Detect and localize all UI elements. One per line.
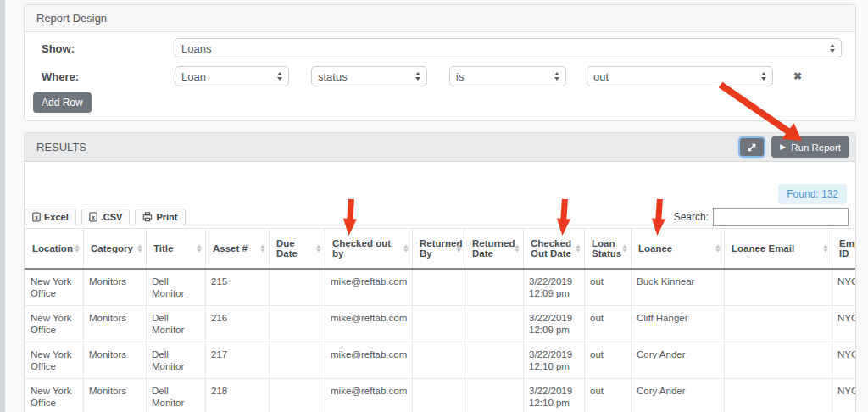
- table-cell: NYC: [832, 306, 857, 342]
- table-cell: [465, 269, 524, 306]
- table-cell: [270, 306, 326, 342]
- table-row: New York OfficeMonitorsDell Monitor218mi…: [25, 379, 857, 412]
- window-edge: [0, 0, 5, 412]
- table-cell: [725, 306, 832, 342]
- table-row: New York OfficeMonitorsDell Monitor216mi…: [25, 306, 857, 342]
- table-cell: 3/22/2019 12:09 pm: [524, 269, 585, 306]
- column-header-due-date[interactable]: Due Date: [270, 229, 326, 270]
- table-cell: 215: [206, 269, 270, 306]
- where-row: Where: Loan status is out ✖: [42, 65, 842, 87]
- results-table: LocationCategoryTitleAsset #Due DateChec…: [25, 228, 856, 412]
- table-cell: Monitors: [84, 379, 147, 412]
- print-button[interactable]: Print: [135, 209, 185, 225]
- table-cell: out: [585, 379, 632, 412]
- where-field-select[interactable]: status: [311, 66, 427, 86]
- table-cell: 3/22/2019 12:09 pm: [524, 306, 585, 342]
- column-header-returned-by[interactable]: Returned By: [413, 229, 465, 270]
- search-input[interactable]: [713, 208, 849, 226]
- where-entity-select[interactable]: Loan: [175, 66, 289, 86]
- table-cell: New York Office: [25, 379, 84, 412]
- sort-icon: [197, 245, 202, 253]
- table-cell: [413, 379, 465, 412]
- column-header-emp-id[interactable]: Emp ID: [832, 229, 857, 270]
- table-cell: Cliff Hanger: [632, 306, 725, 342]
- table-cell: NYC: [832, 342, 857, 379]
- expand-toggle-button[interactable]: [738, 136, 765, 158]
- table-cell: [413, 306, 465, 342]
- column-header-loan-status[interactable]: Loan Status: [585, 229, 632, 270]
- print-icon: [142, 212, 153, 222]
- table-row: New York OfficeMonitorsDell Monitor217mi…: [25, 342, 857, 379]
- select-caret-icon: [554, 72, 559, 81]
- sort-icon: [260, 245, 265, 253]
- run-report-button[interactable]: ▶ Run Report: [771, 136, 849, 158]
- export-csv-button[interactable]: x .CSV: [81, 209, 131, 225]
- export-excel-button[interactable]: x Excel: [25, 209, 76, 225]
- table-cell: out: [585, 306, 632, 342]
- diagonal-arrows-icon: [746, 142, 758, 153]
- table-cell: [413, 342, 465, 379]
- table-cell: [465, 306, 524, 342]
- table-cell: New York Office: [25, 269, 84, 306]
- table-cell: New York Office: [25, 342, 84, 379]
- column-header-category[interactable]: Category: [84, 229, 147, 270]
- table-cell: [725, 342, 832, 379]
- table-row: New York OfficeMonitorsDell Monitor215mi…: [25, 269, 857, 306]
- play-icon: ▶: [780, 143, 786, 151]
- where-label: Where:: [42, 70, 175, 83]
- print-label: Print: [156, 212, 177, 222]
- table-cell: NYC: [832, 269, 857, 306]
- report-design-title: Report Design: [25, 5, 855, 32]
- select-caret-icon: [761, 72, 766, 81]
- table-cell: Monitors: [84, 269, 147, 306]
- column-header-checked-out-by[interactable]: Checked out by: [326, 229, 413, 270]
- sort-icon: [622, 245, 627, 253]
- column-header-loanee[interactable]: Loanee: [632, 229, 725, 270]
- column-header-location[interactable]: Location: [25, 229, 84, 270]
- results-header: RESULTS ▶ Run Report: [25, 133, 855, 162]
- table-cell: [413, 269, 465, 306]
- table-cell: NYC: [832, 379, 857, 412]
- show-select[interactable]: Loans: [175, 38, 842, 58]
- column-header-title[interactable]: Title: [147, 229, 206, 270]
- where-operator-value: is: [456, 70, 464, 83]
- sort-icon: [576, 245, 581, 253]
- where-value-value: out: [593, 70, 609, 83]
- select-caret-icon: [415, 72, 420, 81]
- table-cell: out: [585, 342, 632, 379]
- svg-text:x: x: [92, 214, 95, 220]
- column-header-returned-date[interactable]: Returned Date: [465, 229, 524, 270]
- table-cell: Monitors: [84, 342, 147, 379]
- table-cell: New York Office: [25, 306, 84, 342]
- table-cell: mike@reftab.com: [326, 306, 413, 342]
- excel-file-icon: x: [32, 212, 41, 222]
- results-title: RESULTS: [36, 141, 86, 153]
- add-row-button[interactable]: Add Row: [33, 92, 92, 113]
- table-cell: [465, 379, 524, 412]
- show-label: Show:: [42, 42, 175, 55]
- select-caret-icon: [830, 44, 835, 53]
- table-cell: Cory Ander: [632, 342, 725, 379]
- column-header-checked-out-date[interactable]: Checked Out Date: [524, 229, 585, 270]
- table-cell: 218: [206, 379, 270, 412]
- table-cell: [270, 379, 326, 412]
- svg-text:x: x: [35, 214, 38, 220]
- results-header-actions: ▶ Run Report: [738, 136, 849, 158]
- sort-icon: [715, 245, 721, 253]
- sort-icon: [75, 245, 80, 253]
- sort-icon: [316, 245, 321, 253]
- where-value-select[interactable]: out: [587, 66, 773, 86]
- table-cell: [725, 379, 832, 412]
- export-buttons: x Excel x .CSV: [25, 209, 186, 225]
- sort-icon: [403, 245, 409, 253]
- table-cell: Monitors: [84, 306, 147, 342]
- column-header-asset[interactable]: Asset #: [206, 229, 270, 270]
- table-cell: 3/22/2019 12:10 pm: [524, 342, 585, 379]
- table-cell: 3/22/2019 12:10 pm: [524, 379, 585, 412]
- table-cell: Dell Monitor: [147, 306, 206, 342]
- where-operator-select[interactable]: is: [449, 66, 566, 86]
- remove-condition-button[interactable]: ✖: [793, 71, 802, 81]
- table-cell: [725, 269, 832, 306]
- found-count-badge: Found: 132: [778, 184, 847, 204]
- column-header-loanee-email[interactable]: Loanee Email: [725, 229, 832, 270]
